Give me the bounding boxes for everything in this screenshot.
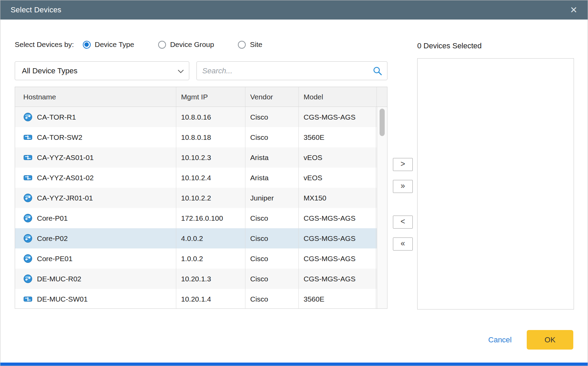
move-left-button[interactable]: <	[393, 216, 413, 229]
radio-option-device-group[interactable]: Device Group	[158, 40, 214, 49]
select-devices-dialog: Select Devices ✕ Select Devices by: Devi…	[0, 0, 588, 366]
search-input[interactable]	[202, 66, 373, 75]
device-vendor: Cisco	[245, 127, 299, 147]
radio-icon	[238, 41, 246, 49]
device-hostname: DE-MUC-SW01	[37, 295, 88, 303]
device-hostname: CA-YYZ-AS01-01	[37, 154, 94, 162]
device-mgmt-ip: 10.10.2.4	[176, 168, 245, 188]
device-mgmt-ip: 1.0.0.2	[176, 248, 245, 269]
device-table-header: Hostname Mgmt IP Vendor Model	[15, 87, 387, 107]
dropdown-value: All Device Types	[22, 66, 77, 75]
device-vendor: Juniper	[245, 188, 299, 208]
table-row[interactable]: CA-YYZ-JR01-01 10.10.2.2 Juniper MX150	[15, 188, 377, 208]
device-mgmt-ip: 10.8.0.16	[176, 107, 245, 127]
search-icon[interactable]	[373, 66, 382, 76]
device-vendor: Cisco	[245, 269, 299, 289]
device-hostname: CA-YYZ-JR01-01	[37, 194, 93, 202]
device-model: CGS-MGS-AGS	[299, 228, 376, 248]
table-row[interactable]: CA-TOR-R1 10.8.0.16 Cisco CGS-MGS-AGS	[15, 107, 377, 127]
table-scrollbar[interactable]	[377, 107, 387, 308]
device-mgmt-ip: 10.20.1.3	[176, 269, 245, 289]
device-vendor: Cisco	[245, 248, 299, 269]
column-header-model[interactable]: Model	[299, 87, 377, 107]
column-header-spacer	[377, 87, 387, 107]
page-background-strip	[0, 363, 588, 366]
device-hostname: DE-MUC-R02	[37, 275, 81, 283]
router-icon	[23, 193, 33, 203]
device-mgmt-ip: 172.16.0.100	[176, 208, 245, 228]
table-row[interactable]: CA-YYZ-AS01-01 10.10.2.3 Arista vEOS	[15, 147, 377, 168]
table-row[interactable]: CA-TOR-SW2 10.8.0.18 Cisco 3560E	[15, 127, 377, 147]
device-vendor: Cisco	[245, 228, 299, 248]
device-model: vEOS	[299, 147, 376, 168]
move-right-button[interactable]: >	[393, 158, 413, 171]
switch-icon	[23, 294, 33, 304]
ok-button[interactable]: OK	[527, 330, 573, 350]
device-hostname: Core-P02	[37, 234, 68, 243]
device-model: CGS-MGS-AGS	[299, 269, 376, 289]
device-mgmt-ip: 10.10.2.2	[176, 188, 245, 208]
device-mgmt-ip: 4.0.0.2	[176, 228, 245, 248]
device-mgmt-ip: 10.10.2.3	[176, 147, 245, 168]
table-row[interactable]: Core-P02 4.0.0.2 Cisco CGS-MGS-AGS	[15, 228, 377, 248]
device-hostname: CA-TOR-SW2	[37, 133, 82, 142]
device-model: MX150	[299, 188, 376, 208]
router-icon	[23, 234, 33, 243]
table-row[interactable]: Core-PE01 1.0.0.2 Cisco CGS-MGS-AGS	[15, 248, 377, 269]
router-icon	[23, 274, 33, 283]
device-hostname: CA-YYZ-AS01-02	[37, 174, 94, 182]
device-vendor: Cisco	[245, 208, 299, 228]
device-model: CGS-MGS-AGS	[299, 107, 376, 127]
selected-count-label: 0 Devices Selected	[417, 41, 482, 50]
move-all-left-button[interactable]: «	[393, 237, 413, 251]
device-table-body: CA-TOR-R1 10.8.0.16 Cisco CGS-MGS-AGS	[15, 107, 377, 308]
device-type-dropdown[interactable]: All Device Types	[15, 61, 189, 80]
device-model: CGS-MGS-AGS	[299, 248, 376, 269]
switch-icon	[23, 173, 33, 182]
switch-icon	[23, 153, 33, 162]
device-model: 3560E	[299, 289, 376, 308]
device-mgmt-ip: 10.8.0.18	[176, 127, 245, 147]
dialog-title: Select Devices	[11, 5, 61, 14]
device-hostname: Core-P01	[37, 214, 68, 222]
radio-icon	[158, 41, 166, 49]
device-table: Hostname Mgmt IP Vendor Model	[15, 87, 387, 309]
table-row[interactable]: Core-P01 172.16.0.100 Cisco CGS-MGS-AGS	[15, 208, 377, 228]
close-icon[interactable]: ✕	[570, 5, 577, 14]
radio-icon	[83, 41, 91, 49]
device-vendor: Cisco	[245, 289, 299, 308]
dialog-footer: Cancel OK	[488, 330, 573, 350]
device-model: 3560E	[299, 127, 376, 147]
filter-by-label: Select Devices by:	[15, 40, 74, 49]
radio-label: Site	[250, 40, 262, 49]
device-model: vEOS	[299, 168, 376, 188]
move-all-right-button[interactable]: »	[393, 180, 413, 193]
device-model: CGS-MGS-AGS	[299, 208, 376, 228]
router-icon	[23, 112, 33, 122]
dialog-titlebar: Select Devices ✕	[0, 0, 588, 20]
cancel-button[interactable]: Cancel	[488, 336, 512, 344]
radio-option-device-type[interactable]: Device Type	[83, 40, 134, 49]
column-header-mgmt-ip[interactable]: Mgmt IP	[176, 87, 245, 107]
radio-option-site[interactable]: Site	[238, 40, 262, 49]
search-box	[196, 61, 387, 80]
scrollbar-thumb[interactable]	[380, 109, 385, 136]
table-row[interactable]: DE-MUC-SW01 10.20.1.4 Cisco 3560E	[15, 289, 377, 308]
switch-icon	[23, 133, 33, 142]
radio-label: Device Group	[170, 40, 214, 49]
table-row[interactable]: CA-YYZ-AS01-02 10.10.2.4 Arista vEOS	[15, 168, 377, 188]
device-vendor: Arista	[245, 168, 299, 188]
device-hostname: CA-TOR-R1	[37, 113, 76, 121]
chevron-down-icon	[178, 67, 184, 73]
device-mgmt-ip: 10.20.1.4	[176, 289, 245, 308]
device-hostname: Core-PE01	[37, 255, 73, 263]
column-header-vendor[interactable]: Vendor	[245, 87, 299, 107]
device-vendor: Cisco	[245, 107, 299, 127]
selected-devices-list	[417, 58, 574, 309]
router-icon	[23, 214, 33, 223]
radio-label: Device Type	[95, 40, 134, 49]
device-vendor: Arista	[245, 147, 299, 168]
column-header-hostname[interactable]: Hostname	[15, 87, 176, 107]
filter-row: Select Devices by: Device Type Device Gr…	[15, 39, 286, 50]
table-row[interactable]: DE-MUC-R02 10.20.1.3 Cisco CGS-MGS-AGS	[15, 269, 377, 289]
